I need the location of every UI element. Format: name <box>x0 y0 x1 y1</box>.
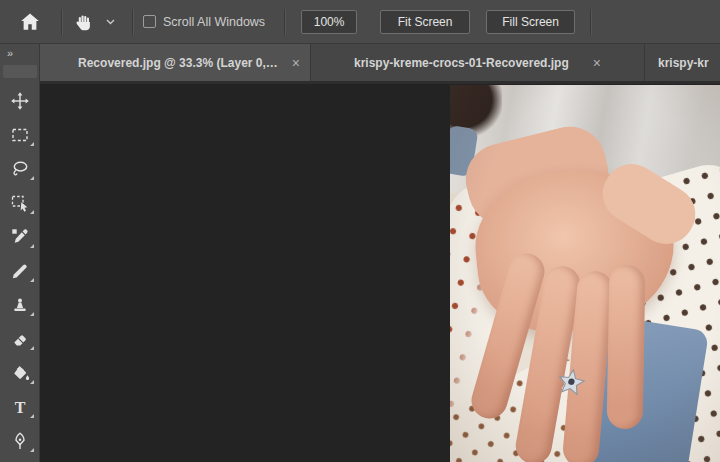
tab-close-icon[interactable]: × <box>292 56 300 70</box>
tab-recovered-jpg[interactable]: Recovered.jpg @ 33.3% (Layer 0,… × <box>40 44 310 81</box>
fill-screen-button[interactable]: Fill Screen <box>486 10 575 34</box>
photo-vignette <box>450 85 720 462</box>
canvas-area[interactable] <box>40 84 720 462</box>
tools-collapse-button[interactable]: » <box>7 48 14 59</box>
zoom-100-button[interactable]: 100% <box>301 10 357 34</box>
tools-panel: » <box>0 44 40 462</box>
eraser-tool-button[interactable] <box>0 324 40 354</box>
options-bar: Scroll All Windows 100% Fit Screen Fill … <box>0 0 720 44</box>
toolbar-separator <box>284 9 285 35</box>
tab-krispy-kreme-crocs[interactable]: krispy-kreme-crocs-01-Recovered.jpg × <box>310 44 645 81</box>
rectangular-marquee-icon <box>10 125 30 145</box>
tab-label: Recovered.jpg @ 33.3% (Layer 0,… <box>78 56 278 70</box>
scroll-all-windows-checkbox[interactable] <box>143 15 156 28</box>
home-icon <box>19 11 41 33</box>
clone-stamp-icon <box>10 295 30 315</box>
hand-tool-dropdown[interactable] <box>101 6 119 38</box>
move-tool-button[interactable] <box>0 86 40 116</box>
svg-text:T: T <box>14 399 25 416</box>
scroll-all-windows-label: Scroll All Windows <box>163 15 265 29</box>
pen-icon <box>10 431 30 451</box>
tab-close-icon[interactable]: × <box>593 56 601 70</box>
eyedropper-tool-button[interactable] <box>0 222 40 252</box>
pencil-tool-button[interactable] <box>0 256 40 286</box>
paint-bucket-tool-button[interactable] <box>0 358 40 388</box>
document-tab-bar: Recovered.jpg @ 33.3% (Layer 0,… × krisp… <box>40 44 720 84</box>
type-tool-button[interactable]: T <box>0 392 40 422</box>
tools-panel-grip[interactable] <box>3 65 37 78</box>
chevron-down-icon <box>106 19 115 25</box>
toolbar-separator <box>132 9 133 35</box>
open-document-photo[interactable] <box>450 85 720 462</box>
object-selection-tool-button[interactable] <box>0 188 40 218</box>
fit-screen-button[interactable]: Fit Screen <box>380 10 470 34</box>
paint-bucket-icon <box>10 363 30 383</box>
home-button[interactable] <box>12 6 48 38</box>
toolbar-separator <box>61 9 62 35</box>
clone-stamp-tool-button[interactable] <box>0 290 40 320</box>
workspace: Recovered.jpg @ 33.3% (Layer 0,… × krisp… <box>0 44 720 462</box>
move-icon <box>10 91 30 111</box>
pen-tool-button[interactable] <box>0 426 40 456</box>
type-icon: T <box>10 397 30 417</box>
tab-label: krispy-kreme-crocs-01-Recovered.jpg <box>354 56 569 70</box>
toolbar-separator <box>590 9 591 35</box>
pencil-icon <box>10 261 30 281</box>
eraser-icon <box>10 329 30 349</box>
tab-krispy-partial[interactable]: krispy-kr <box>645 44 720 81</box>
tab-label: krispy-kr <box>658 56 709 70</box>
hand-tool-button[interactable] <box>69 6 99 38</box>
lasso-tool-button[interactable] <box>0 154 40 184</box>
hand-icon <box>74 12 94 32</box>
lasso-icon <box>10 159 30 179</box>
eyedropper-icon <box>10 227 30 247</box>
rectangular-marquee-tool-button[interactable] <box>0 120 40 150</box>
object-selection-icon <box>10 193 30 213</box>
